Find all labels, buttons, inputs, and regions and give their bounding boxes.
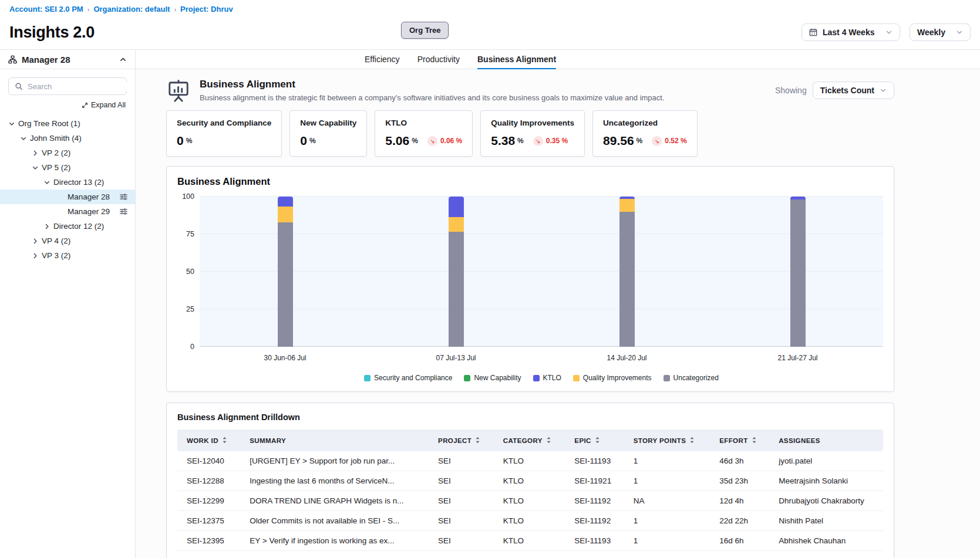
cell-epic: SEI-11192	[566, 511, 625, 531]
breadcrumb-link-account[interactable]: Account: SEI 2.0 PM	[9, 5, 83, 13]
chevron-right-icon[interactable]	[32, 150, 42, 157]
section-text: Business Alignment Business alignment is…	[200, 79, 665, 102]
tree-item-label: VP 4 (2)	[42, 236, 70, 245]
tab-efficiency[interactable]: Efficiency	[365, 50, 400, 69]
cell-summary: Ingesting the last 6 months of ServiceN.…	[241, 471, 430, 491]
tree-item-vp-2-2[interactable]: VP 2 (2)	[0, 146, 135, 160]
tree-item-director-13-2[interactable]: Director 13 (2)	[0, 175, 135, 190]
table-row[interactable]: SEI-12375Older Commits is not available …	[177, 511, 883, 531]
cell-category: KTLO	[495, 471, 567, 491]
chevron-down-icon[interactable]	[32, 164, 42, 171]
search-input[interactable]	[28, 82, 131, 91]
sort-icon[interactable]	[475, 437, 480, 444]
showing-control: Showing Tickets Count	[775, 82, 894, 99]
cell-project: SEI	[430, 451, 495, 471]
legend-item-ktlo[interactable]: KTLO	[533, 374, 561, 382]
column-header-project[interactable]: PROJECT	[430, 430, 495, 451]
column-header-epic[interactable]: EPIC	[566, 430, 625, 451]
cell-assignees: Dhrubajyoti Chakraborty	[770, 491, 883, 511]
cell-effort: 35d 23h	[711, 471, 770, 491]
expand-all-link[interactable]: Expand All	[0, 100, 135, 111]
org-tree-button[interactable]: Org Tree	[401, 22, 449, 39]
tree-item-vp-5-2[interactable]: VP 5 (2)	[0, 160, 135, 175]
cell-effort: 22d 22h	[711, 511, 770, 531]
bar-07-jul-13-jul[interactable]	[449, 197, 464, 347]
bar-30-jun-06-jul[interactable]	[278, 197, 293, 347]
cell-work-id: SEI-12375	[177, 511, 241, 531]
granularity-select[interactable]: Weekly	[910, 23, 971, 41]
breadcrumb-link-project[interactable]: Project: Dhruv	[180, 5, 233, 13]
sort-icon[interactable]	[222, 437, 227, 444]
tree-item-label: Manager 29	[68, 207, 110, 216]
sort-icon[interactable]	[689, 437, 695, 444]
chevron-up-icon[interactable]	[119, 56, 127, 63]
column-header-story-points[interactable]: STORY POINTS	[625, 430, 712, 451]
tree-item-label: Manager 28	[68, 192, 110, 201]
table-row[interactable]: SEI-12040[URGENT] EY > Support for job r…	[177, 451, 883, 471]
bar-14-jul-20-jul[interactable]	[619, 197, 635, 347]
metric-unit: %	[309, 137, 316, 145]
sidebar-header: Manager 28	[0, 50, 135, 69]
y-tick-label: 100	[182, 192, 194, 201]
chevron-right-icon[interactable]	[32, 252, 42, 259]
sliders-icon[interactable]	[119, 207, 128, 216]
tree-item-vp-4-2[interactable]: VP 4 (2)	[0, 234, 135, 248]
tab-productivity[interactable]: Productivity	[417, 50, 460, 69]
title-row: Insights 2.0 Org Tree Last 4 Weeks Weekl…	[9, 19, 971, 45]
section-title: Business Alignment	[200, 79, 665, 90]
cell-assignees: Abhishek Chauhan	[770, 531, 883, 551]
column-header-assignees: ASSIGNEES	[770, 430, 883, 451]
cell-summary: Older Commits is not available in SEI - …	[241, 511, 430, 531]
cell-category: KTLO	[495, 451, 567, 471]
legend-item-new-capability[interactable]: New Capability	[464, 374, 521, 382]
page-title: Insights 2.0	[9, 23, 95, 42]
sort-icon[interactable]	[752, 437, 757, 444]
search-icon	[15, 82, 23, 90]
bar-segment-uncategorized	[449, 232, 464, 347]
drilldown-card: Business Alignment Drilldown WORK IDSUMM…	[166, 403, 894, 558]
chevron-down-icon[interactable]	[20, 135, 30, 142]
tree-item-manager-29[interactable]: Manager 29	[0, 204, 135, 219]
breadcrumb-separator-icon: ›	[174, 6, 176, 13]
showing-select[interactable]: Tickets Count	[813, 82, 894, 99]
bar-21-jul-27-jul[interactable]	[790, 197, 806, 347]
cell-summary: [URGENT] EY > Support for job run par...	[241, 451, 430, 471]
cell-category: KTLO	[495, 511, 567, 531]
breadcrumb-link-organization[interactable]: Organization: default	[93, 5, 170, 13]
legend-item-uncategorized[interactable]: Uncategorized	[664, 374, 719, 382]
tree-item-label: VP 3 (2)	[42, 251, 70, 260]
sliders-icon[interactable]	[119, 192, 128, 201]
sort-icon[interactable]	[595, 437, 600, 444]
bar-segment-quality-improvements	[449, 217, 464, 232]
tree-item-director-12-2[interactable]: Director 12 (2)	[0, 219, 135, 234]
tree-item-john-smith-4[interactable]: John Smith (4)	[0, 131, 135, 146]
chevron-right-icon[interactable]	[32, 238, 42, 245]
sort-icon[interactable]	[546, 437, 551, 444]
metric-value: 0	[300, 134, 307, 148]
cell-project: SEI	[430, 471, 495, 491]
table-row[interactable]: SEI-12288Ingesting the last 6 months of …	[177, 471, 883, 491]
legend-item-quality-improvements[interactable]: Quality Improvements	[573, 374, 652, 382]
cell-work-id: SEI-12299	[177, 491, 241, 511]
content-scroll: Business Alignment Business alignment is…	[136, 69, 980, 558]
column-header-category[interactable]: CATEGORY	[495, 430, 567, 451]
metric-card-new-capability: New Capability0%	[289, 110, 367, 157]
tree-item-vp-3-2[interactable]: VP 3 (2)	[0, 248, 135, 263]
tree-item-manager-28[interactable]: Manager 28	[0, 190, 135, 204]
cell-story-points: 1	[625, 451, 712, 471]
chevron-down-icon[interactable]	[8, 120, 18, 127]
tree-item-org-tree-root-1[interactable]: Org Tree Root (1)	[0, 116, 135, 131]
metric-delta-value: 0.06 %	[440, 137, 462, 145]
table-row[interactable]: SEI-12299DORA TREND LINE GRAPH Widgets i…	[177, 491, 883, 511]
date-range-select[interactable]: Last 4 Weeks	[801, 23, 900, 41]
table-row[interactable]: SEI-12395EY > Verify if ingestion is wor…	[177, 531, 883, 551]
column-header-effort[interactable]: EFFORT	[711, 430, 770, 451]
legend-item-security-and-compliance[interactable]: Security and Compliance	[364, 374, 452, 382]
chevron-right-icon[interactable]	[43, 223, 53, 230]
column-header-work-id[interactable]: WORK ID	[177, 430, 241, 451]
chevron-down-icon[interactable]	[43, 179, 53, 186]
tree-item-label: Director 12 (2)	[53, 222, 104, 231]
cell-project: SEI	[430, 491, 495, 511]
cell-epic: SEI-11193	[566, 451, 625, 471]
tab-business-alignment[interactable]: Business Alignment	[477, 50, 556, 69]
